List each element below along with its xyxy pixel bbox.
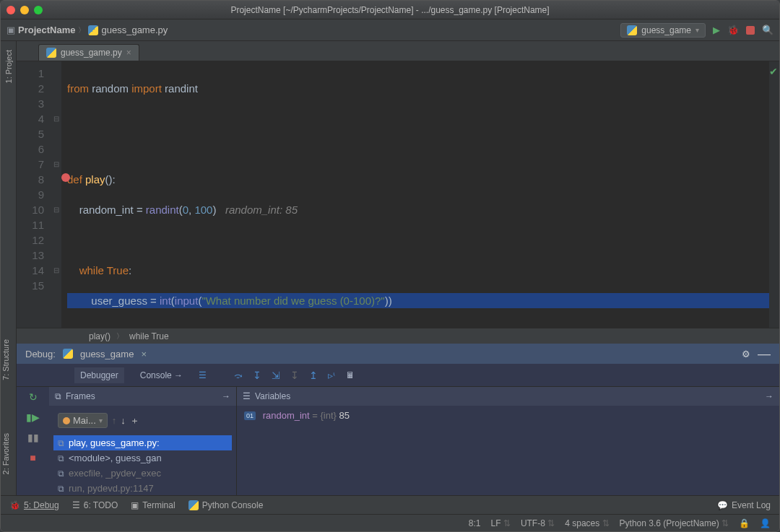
- stop-button[interactable]: [746, 26, 755, 35]
- frame-item[interactable]: ⧉play, guess_game.py:: [53, 435, 232, 450]
- frames-icon: ⧉: [55, 391, 61, 401]
- run-to-cursor-button[interactable]: ▹ᶥ: [328, 370, 336, 381]
- bottom-tab-terminal[interactable]: ▣ Terminal: [131, 500, 175, 510]
- error-stripe[interactable]: ✔: [769, 61, 779, 328]
- bottom-tab-debug[interactable]: 🐞 5: Debug: [9, 500, 59, 510]
- status-bar: 8:1 LF ⇅ UTF-8 ⇅ 4 spaces ⇅ Python 3.6 (…: [1, 514, 779, 531]
- minimize-panel-icon[interactable]: —: [758, 346, 771, 362]
- variables-icon: ☰: [243, 391, 251, 401]
- python-file-icon: [88, 25, 98, 35]
- step-over-button[interactable]: ⤼: [234, 370, 243, 381]
- editor-tab[interactable]: guess_game.py ×: [38, 44, 139, 61]
- variables-label: Variables: [255, 391, 290, 401]
- status-encoding[interactable]: UTF-8 ⇅: [521, 518, 555, 528]
- lock-icon[interactable]: 🔒: [739, 518, 750, 528]
- ide-window: ProjectName [~/PycharmProjects/ProjectNa…: [0, 0, 780, 532]
- next-frame-button[interactable]: ↓: [121, 415, 126, 426]
- inspector-icon[interactable]: 👤: [760, 518, 771, 528]
- breadcrumb-file: guess_game.py: [101, 25, 168, 35]
- pause-button[interactable]: ▮▮: [27, 432, 39, 443]
- tool-window-favorites[interactable]: 2: Favorites: [1, 433, 10, 474]
- bottom-tool-tabs: 🐞 5: Debug ☰ 6: TODO ▣ Terminal Python C…: [1, 495, 779, 514]
- evaluate-expression-button[interactable]: 🖩: [346, 370, 355, 380]
- event-log-button[interactable]: 💬 Event Log: [717, 500, 771, 510]
- force-step-into-button[interactable]: ⇲: [272, 370, 280, 381]
- breakpoint-marker[interactable]: [61, 173, 70, 182]
- variable-type-badge: 01: [244, 411, 256, 420]
- step-into-mycode-button[interactable]: ↧: [290, 370, 299, 381]
- left-tool-rail: 1: Project: [1, 41, 17, 495]
- status-line-sep[interactable]: LF ⇅: [491, 518, 511, 528]
- console-tab[interactable]: Console →: [134, 367, 188, 383]
- window-controls: [6, 6, 43, 14]
- breadcrumb[interactable]: ▣ ProjectName 〉 guess_game.py: [6, 25, 168, 35]
- variable-type: {int}: [321, 410, 337, 421]
- breadcrumb-project: ProjectName: [18, 25, 75, 35]
- main-area: 1: Project guess_game.py × 1234567891011…: [1, 41, 779, 495]
- line-number-gutter[interactable]: 123456789101112131415: [17, 61, 51, 328]
- debug-button[interactable]: 🐞: [727, 25, 739, 35]
- bottom-tab-todo[interactable]: ☰ 6: TODO: [72, 500, 118, 510]
- prev-frame-button[interactable]: ↑: [112, 415, 117, 426]
- thread-selector[interactable]: Mai... ▾: [58, 413, 108, 428]
- stackframe-icon: ⧉: [58, 484, 64, 494]
- tool-window-project[interactable]: 1: Project: [4, 50, 13, 83]
- frame-item[interactable]: ⧉execfile, _pydev_exec: [53, 466, 232, 481]
- debugger-tab[interactable]: Debugger: [74, 367, 124, 383]
- add-frame-button[interactable]: ＋: [130, 414, 139, 427]
- crumb-function: play(): [89, 331, 110, 341]
- search-icon[interactable]: 🔍: [762, 25, 774, 35]
- frames-list[interactable]: ⧉play, guess_game.py: ⧉<module>, guess_g…: [49, 435, 236, 495]
- titlebar: ProjectName [~/PycharmProjects/ProjectNa…: [1, 1, 779, 19]
- editor-breadcrumb[interactable]: play() 〉 while True: [17, 328, 779, 344]
- bottom-tab-pyconsole[interactable]: Python Console: [188, 500, 264, 510]
- stop-debug-button[interactable]: ■: [30, 452, 35, 463]
- close-tab-icon[interactable]: ×: [126, 48, 131, 58]
- python-icon: [188, 500, 199, 510]
- run-button[interactable]: ▶: [713, 25, 720, 35]
- chevron-right-icon: 〉: [78, 25, 85, 35]
- frames-header: ⧉ Frames →: [49, 387, 236, 406]
- frame-item[interactable]: ⧉run, pydevd.py:1147: [53, 481, 232, 495]
- resume-button[interactable]: ▮▶: [26, 411, 40, 423]
- frames-panel: ⧉ Frames → Mai... ▾ ↑ ↓ ＋: [49, 387, 237, 495]
- step-into-button[interactable]: ↧: [253, 370, 261, 381]
- chevron-down-icon: ▾: [99, 417, 103, 424]
- debug-action-rail: ↻ ▮▶ ▮▮ ■: [17, 387, 49, 495]
- thread-selector-row: Mai... ▾ ↑ ↓ ＋: [53, 410, 232, 431]
- rerun-button[interactable]: ↻: [29, 391, 38, 403]
- python-file-icon: [46, 48, 56, 58]
- frames-options-icon[interactable]: →: [222, 391, 230, 401]
- status-sdk[interactable]: Python 3.6 (ProjectName) ⇅: [620, 518, 729, 528]
- chevron-right-icon: 〉: [116, 331, 124, 341]
- nav-toolbar: ▣ ProjectName 〉 guess_game.py guess_game…: [1, 19, 779, 41]
- status-caret-pos[interactable]: 8:1: [469, 518, 481, 528]
- close-window-button[interactable]: [6, 6, 15, 14]
- python-file-icon: [627, 25, 637, 35]
- step-out-button[interactable]: ↥: [309, 370, 318, 381]
- debug-body: ↻ ▮▶ ▮▮ ■ ⧉ Frames → Mai...: [17, 387, 779, 495]
- tool-window-structure[interactable]: 7: Structure: [1, 339, 10, 380]
- variable-row[interactable]: 01 random_int = {int} 85: [237, 406, 779, 425]
- status-indent[interactable]: 4 spaces ⇅: [565, 518, 609, 528]
- frame-item[interactable]: ⧉<module>, guess_gan: [53, 450, 232, 466]
- code-content[interactable]: from random import randint def play(): r…: [61, 61, 769, 328]
- run-configuration-selector[interactable]: guess_game ▾: [620, 23, 706, 38]
- debug-tabs-row: Debugger Console → ☰ ⤼ ↧ ⇲ ↧ ↥ ▹ᶥ 🖩: [17, 364, 779, 387]
- code-editor[interactable]: 123456789101112131415 ⊟⊟⊟⊟ from random i…: [17, 61, 779, 328]
- run-config-name: guess_game: [641, 25, 691, 35]
- settings-icon[interactable]: ⚙: [742, 349, 750, 359]
- zoom-window-button[interactable]: [34, 6, 43, 14]
- frames-label: Frames: [66, 391, 95, 401]
- editor-tab-label: guess_game.py: [61, 48, 122, 58]
- variable-name: random_int: [263, 410, 310, 421]
- stackframe-icon: ⧉: [58, 468, 64, 479]
- editor-tabstrip: guess_game.py ×: [17, 41, 779, 61]
- variables-options-icon[interactable]: →: [765, 391, 774, 401]
- minimize-window-button[interactable]: [20, 6, 29, 14]
- thread-status-icon: [63, 417, 70, 424]
- window-title: ProjectName [~/PycharmProjects/ProjectNa…: [1, 5, 779, 15]
- close-debug-tab-icon[interactable]: ×: [141, 349, 147, 359]
- fold-gutter[interactable]: ⊟⊟⊟⊟: [51, 61, 61, 328]
- debug-config-name: guess_game: [80, 349, 134, 359]
